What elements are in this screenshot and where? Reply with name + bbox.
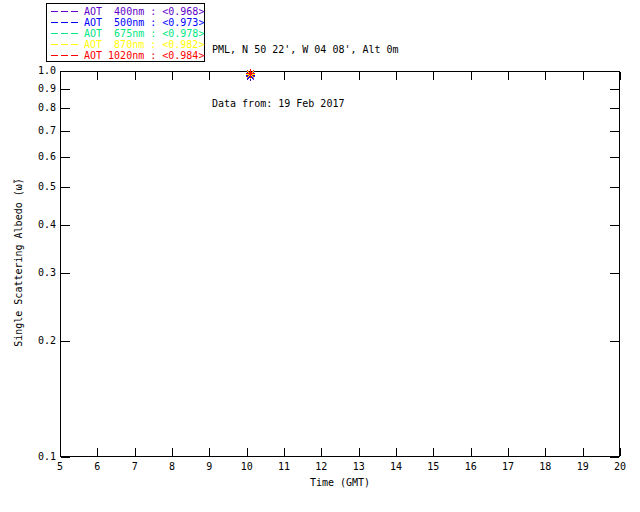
x-axis-tick xyxy=(471,72,472,80)
data-point-marker xyxy=(246,69,255,78)
x-axis-tick xyxy=(433,448,434,456)
x-axis-tick-label: 9 xyxy=(197,461,221,473)
y-axis-tick xyxy=(610,341,619,342)
y-axis-title: Single Scattering Albedo (ω̃) xyxy=(13,113,24,413)
x-axis-tick xyxy=(321,72,322,80)
x-axis-title: Time (GMT) xyxy=(240,477,440,488)
x-axis-tick xyxy=(135,448,136,456)
x-axis-tick xyxy=(172,448,173,456)
y-axis-tick xyxy=(610,457,619,458)
x-axis-tick xyxy=(583,72,584,80)
x-axis-tick xyxy=(172,72,173,80)
legend-item-1020nm: AOT 1020nm : <0.984> xyxy=(47,50,204,61)
y-axis-tick xyxy=(61,457,70,458)
x-axis-tick-label: 12 xyxy=(309,461,333,473)
y-axis-tick-label: 0.4 xyxy=(30,219,56,231)
y-axis-tick-label: 1.0 xyxy=(30,65,56,77)
legend-item-label: AOT 1020nm : <0.984> xyxy=(84,50,204,61)
x-axis-tick xyxy=(545,448,546,456)
x-axis-tick xyxy=(583,448,584,456)
legend-item-870nm: AOT 870nm : <0.982> xyxy=(47,39,204,50)
x-axis-tick-label: 17 xyxy=(496,461,520,473)
y-axis-tick xyxy=(61,89,70,90)
legend-dash-line xyxy=(51,55,80,56)
x-axis-tick-label: 7 xyxy=(123,461,147,473)
legend-dash-line xyxy=(51,11,80,12)
y-axis-tick xyxy=(610,157,619,158)
legend-item-500nm: AOT 500nm : <0.973> xyxy=(47,17,204,28)
x-axis-tick xyxy=(135,72,136,80)
y-axis-tick-label: 0.2 xyxy=(30,335,56,347)
x-axis-tick xyxy=(97,448,98,456)
x-axis-tick-label: 14 xyxy=(384,461,408,473)
y-axis-tick-label: 0.3 xyxy=(30,267,56,279)
x-axis-tick xyxy=(508,448,509,456)
legend-item-label: AOT 870nm : <0.982> xyxy=(84,39,204,50)
y-axis-tick xyxy=(610,187,619,188)
x-axis-tick-label: 20 xyxy=(608,461,632,473)
x-axis-tick xyxy=(247,448,248,456)
legend-item-675nm: AOT 675nm : <0.978> xyxy=(47,28,204,39)
legend-item-400nm: AOT 400nm : <0.968> xyxy=(47,6,204,17)
x-axis-tick-label: 8 xyxy=(160,461,184,473)
x-axis-tick xyxy=(321,448,322,456)
x-axis-tick xyxy=(359,72,360,80)
y-axis-tick xyxy=(61,273,70,274)
x-axis-tick-label: 10 xyxy=(235,461,259,473)
x-axis-tick xyxy=(433,72,434,80)
legend-box: AOT 400nm : <0.968> AOT 500nm : <0.973> … xyxy=(46,3,205,62)
x-axis-tick xyxy=(620,448,621,456)
y-axis-tick-label: 0.5 xyxy=(30,181,56,193)
plot-area xyxy=(60,71,620,457)
x-axis-tick xyxy=(60,72,61,80)
legend-item-label: AOT 500nm : <0.973> xyxy=(84,17,204,28)
legend-dash-line xyxy=(51,22,80,23)
y-axis-tick-label: 0.6 xyxy=(30,151,56,163)
y-axis-tick-label: 0.8 xyxy=(30,102,56,114)
y-axis-tick-label: 0.7 xyxy=(30,125,56,137)
x-axis-tick-label: 19 xyxy=(571,461,595,473)
y-axis-tick xyxy=(610,108,619,109)
legend-item-label: AOT 675nm : <0.978> xyxy=(84,28,204,39)
x-axis-tick-label: 6 xyxy=(85,461,109,473)
x-axis-tick xyxy=(284,72,285,80)
x-axis-tick xyxy=(396,448,397,456)
x-axis-tick xyxy=(209,448,210,456)
y-axis-tick xyxy=(61,131,70,132)
x-axis-tick xyxy=(60,448,61,456)
legend-item-label: AOT 400nm : <0.968> xyxy=(84,6,204,17)
y-axis-tick xyxy=(610,89,619,90)
x-axis-tick xyxy=(284,448,285,456)
x-axis-tick-label: 16 xyxy=(459,461,483,473)
y-axis-tick xyxy=(61,71,70,72)
x-axis-tick-label: 5 xyxy=(48,461,72,473)
x-axis-tick-label: 15 xyxy=(421,461,445,473)
x-axis-tick xyxy=(620,72,621,80)
site-location-title: PML, N 50 22', W 04 08', Alt 0m xyxy=(212,41,399,59)
y-axis-tick xyxy=(61,225,70,226)
x-axis-tick xyxy=(209,72,210,80)
legend-dash-line xyxy=(51,33,80,34)
y-axis-tick xyxy=(61,157,70,158)
x-axis-tick xyxy=(97,72,98,80)
legend-dash-line xyxy=(51,44,80,45)
y-axis-tick xyxy=(610,131,619,132)
y-axis-tick xyxy=(61,341,70,342)
y-axis-tick-label: 0.9 xyxy=(30,83,56,95)
x-axis-tick-label: 18 xyxy=(533,461,557,473)
x-axis-tick-label: 11 xyxy=(272,461,296,473)
y-axis-tick xyxy=(610,273,619,274)
y-axis-tick xyxy=(61,187,70,188)
x-axis-tick xyxy=(545,72,546,80)
x-axis-tick xyxy=(359,448,360,456)
y-axis-tick xyxy=(610,225,619,226)
y-axis-tick xyxy=(610,71,619,72)
x-axis-tick-label: 13 xyxy=(347,461,371,473)
x-axis-tick xyxy=(508,72,509,80)
ssa-plot-page: AOT 400nm : <0.968> AOT 500nm : <0.973> … xyxy=(0,0,640,512)
x-axis-tick xyxy=(396,72,397,80)
x-axis-tick xyxy=(471,448,472,456)
y-axis-tick xyxy=(61,108,70,109)
